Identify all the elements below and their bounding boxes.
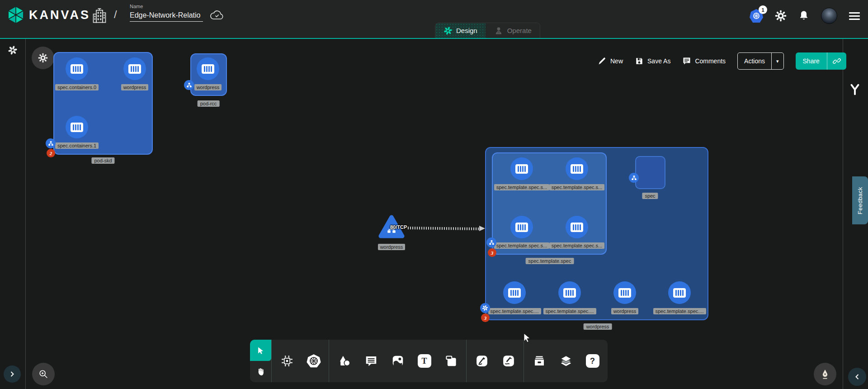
kubernetes-tool-button[interactable] xyxy=(300,340,327,382)
note-tool-button[interactable] xyxy=(438,340,464,382)
comment-tool-button[interactable] xyxy=(358,340,384,382)
layers-tool-button[interactable] xyxy=(552,340,579,382)
new-button-label: New xyxy=(610,57,623,65)
deployment-swirl-badge[interactable] xyxy=(480,303,490,313)
pan-tool-button[interactable] xyxy=(250,361,271,382)
mode-tabs: Design Operate xyxy=(435,23,540,38)
left-rail xyxy=(0,39,26,389)
share-split-button[interactable]: Share xyxy=(796,52,846,70)
container-node[interactable]: spec.template.spec.s... xyxy=(495,157,549,190)
tab-design[interactable]: Design xyxy=(435,23,486,38)
container-node[interactable]: spec.template.spec.s... xyxy=(495,216,549,249)
container-label: spec.template.spec.s... xyxy=(494,184,550,190)
container-label: spec.template.spec.s... xyxy=(549,184,605,190)
pencil-scribble-icon xyxy=(502,354,515,368)
container-label: spec.template.spec.s... xyxy=(494,242,550,249)
container-node[interactable]: spec.containers.0 xyxy=(50,57,104,90)
container-node[interactable]: spec.containers.1 xyxy=(50,116,104,149)
organization-icon[interactable] xyxy=(92,6,107,24)
drawer-tool-button[interactable] xyxy=(526,340,552,382)
new-button[interactable]: New xyxy=(598,57,623,66)
pen-tool-button[interactable] xyxy=(468,340,495,382)
kanvas-hexagon-icon xyxy=(7,6,24,24)
toolbar-components-section xyxy=(271,340,329,382)
toolbar-misc-section: ? xyxy=(524,340,608,382)
pencil-new-icon xyxy=(598,57,607,66)
whiteboard-pen-button[interactable] xyxy=(814,363,836,385)
container-node[interactable]: wordpress xyxy=(598,281,652,314)
deployment-count-badge[interactable]: 3 xyxy=(481,313,490,322)
container-label: spec.template.spec.s... xyxy=(549,242,605,249)
component-tool-button[interactable] xyxy=(274,340,300,382)
flask-icon[interactable] xyxy=(849,83,861,96)
hamburger-menu-icon[interactable] xyxy=(849,12,860,20)
container-icon xyxy=(503,281,526,304)
group-spec[interactable] xyxy=(635,156,665,189)
group-label-spec: spec xyxy=(642,193,658,199)
swirl-icon xyxy=(482,305,488,311)
brand-logo[interactable]: KANVAS xyxy=(7,6,90,24)
save-as-button[interactable]: Save As xyxy=(635,57,670,66)
container-icon xyxy=(66,57,88,80)
spec-hierarchy-badge[interactable] xyxy=(629,173,639,183)
container-node[interactable]: spec.template.spec.... xyxy=(652,281,707,314)
service-label: wordpress xyxy=(378,244,406,250)
shapes-tool-button[interactable] xyxy=(331,340,358,382)
text-tool-button[interactable]: T xyxy=(411,340,438,382)
breadcrumb-separator: / xyxy=(114,8,117,21)
container-node[interactable]: spec.template.spec.... xyxy=(487,281,542,314)
share-link-icon[interactable] xyxy=(827,52,846,70)
group-label-pod-rcc: pod-rcc xyxy=(198,100,220,107)
container-icon xyxy=(197,57,219,80)
brand-name: KANVAS xyxy=(29,8,90,22)
hierarchy-icon xyxy=(631,175,637,181)
design-pinwheel-icon xyxy=(443,26,453,35)
note-icon xyxy=(444,354,458,368)
container-label: spec.template.spec.... xyxy=(488,308,541,314)
tab-operate[interactable]: Operate xyxy=(486,23,540,38)
chevron-left-icon xyxy=(854,374,860,380)
container-node[interactable]: spec.template.spec.s... xyxy=(550,157,604,190)
container-node[interactable]: spec.template.spec.... xyxy=(542,281,597,314)
accent-divider xyxy=(0,38,868,39)
floppy-save-icon xyxy=(635,57,644,66)
expand-left-panel-button[interactable] xyxy=(4,365,21,383)
actions-caret-icon[interactable]: ▾ xyxy=(771,53,783,69)
design-name-input[interactable] xyxy=(130,10,203,22)
template-spec-hierarchy-badge[interactable] xyxy=(486,237,496,247)
cloud-saved-icon xyxy=(210,10,224,22)
layers-icon xyxy=(559,354,573,368)
group-label-pod-skd: pod-skd xyxy=(91,157,114,164)
select-tool-button[interactable] xyxy=(250,340,271,361)
user-avatar[interactable] xyxy=(821,8,837,24)
edge-service-to-deployment[interactable] xyxy=(408,227,480,230)
feedback-tab[interactable]: Feedback xyxy=(852,176,868,224)
freehand-tool-button[interactable] xyxy=(495,340,522,382)
chip-icon xyxy=(280,354,294,368)
image-tool-button[interactable] xyxy=(384,340,411,382)
collapse-right-panel-button[interactable] xyxy=(848,368,866,386)
kubernetes-context-switcher[interactable]: 1 xyxy=(750,9,763,23)
settings-gear-icon[interactable] xyxy=(775,10,787,22)
swirl-panel-icon[interactable] xyxy=(8,45,18,55)
help-tool-button[interactable]: ? xyxy=(579,340,606,382)
design-name-field: Name xyxy=(130,4,203,22)
comments-button[interactable]: Comments xyxy=(682,57,726,66)
container-node[interactable]: wordpress xyxy=(108,57,162,90)
zoom-search-button[interactable] xyxy=(32,363,55,385)
container-icon xyxy=(510,157,533,180)
template-spec-count-badge[interactable]: 3 xyxy=(488,248,496,257)
tab-operate-label: Operate xyxy=(507,27,532,34)
pod-skd-count-badge[interactable]: 2 xyxy=(47,149,55,157)
container-node[interactable]: spec.template.spec.s... xyxy=(550,216,604,249)
service-node-wordpress[interactable]: wordpress xyxy=(378,214,405,253)
pod-skd-hierarchy-badge[interactable] xyxy=(46,138,56,148)
edge-arrowhead xyxy=(479,226,485,231)
container-icon xyxy=(558,281,581,304)
hand-icon xyxy=(256,367,265,376)
actions-split-button[interactable]: Actions ▾ xyxy=(737,52,783,70)
share-button-label: Share xyxy=(796,52,827,70)
pod-rcc-hierarchy-badge[interactable] xyxy=(184,80,194,90)
notifications-bell-icon[interactable] xyxy=(798,10,809,22)
app-header: KANVAS / Name xyxy=(0,0,868,38)
